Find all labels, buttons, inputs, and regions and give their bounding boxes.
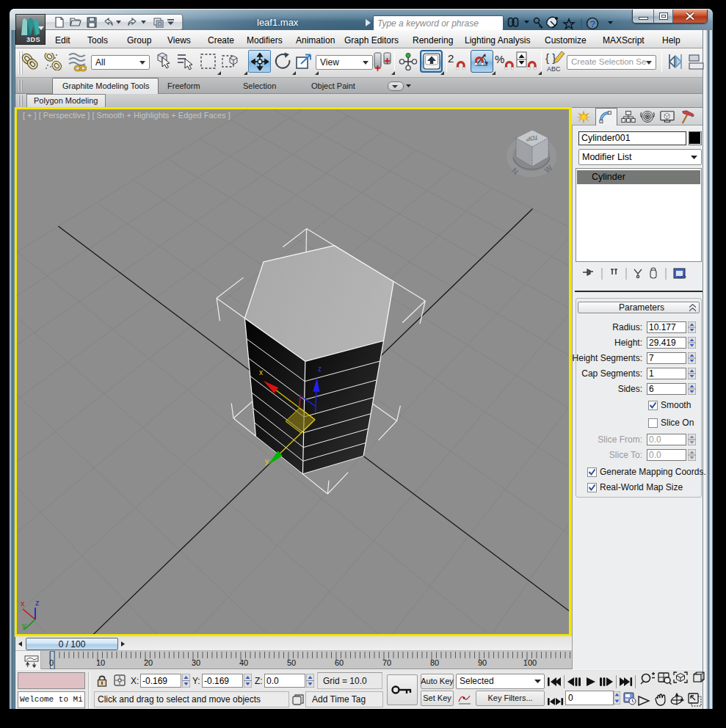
svg-text:ABC: ABC <box>547 65 561 73</box>
svg-text:x: x <box>21 599 25 608</box>
svg-text:y: y <box>265 457 269 465</box>
svg-text:?: ? <box>590 18 596 29</box>
svg-text:%: % <box>495 53 504 65</box>
svg-text:y: y <box>22 621 26 630</box>
svg-text:z: z <box>35 598 40 607</box>
svg-text:z: z <box>318 365 322 373</box>
svg-text:x: x <box>259 368 263 376</box>
svg-text:2: 2 <box>448 52 454 65</box>
